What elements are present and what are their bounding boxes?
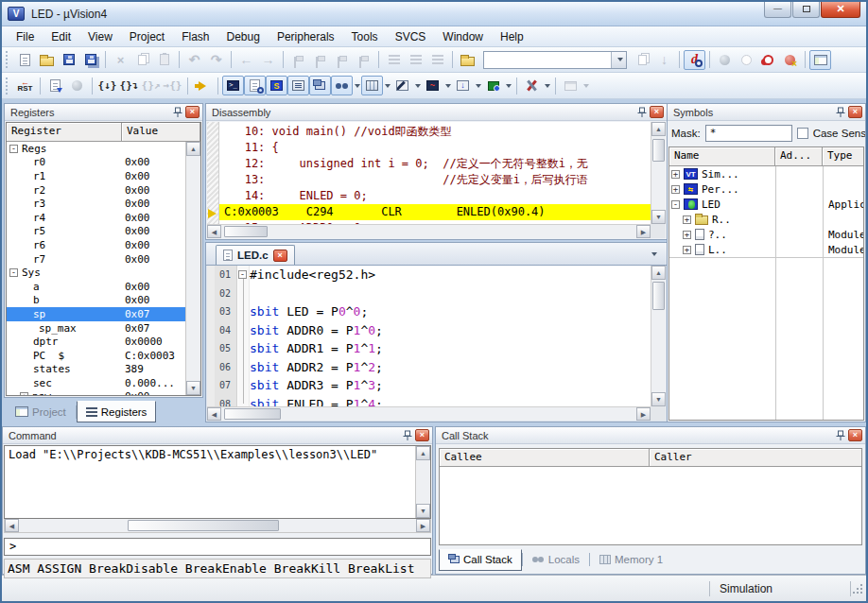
debug-layout-icon[interactable] <box>560 76 582 95</box>
project-window-toggle-icon[interactable] <box>809 50 831 70</box>
register-row[interactable]: r40x00 <box>7 211 185 225</box>
register-row[interactable]: r10x00 <box>7 169 185 183</box>
toolbox-icon[interactable] <box>521 76 543 95</box>
redo-icon[interactable]: ↷ <box>205 50 227 70</box>
disassembly-close-icon[interactable]: × <box>650 106 664 118</box>
register-row[interactable]: r30x00 <box>7 197 185 211</box>
register-row[interactable]: -Sys <box>7 266 185 280</box>
editor-line[interactable]: 02 <box>207 284 651 303</box>
scrollbar-thumb[interactable] <box>224 226 268 237</box>
register-row[interactable]: sp_max0x07 <box>7 321 185 336</box>
editor-line[interactable]: 05sbit ADDR1 = P1^1; <box>207 339 651 358</box>
callstack-window-toggle-icon[interactable] <box>309 76 331 95</box>
command-input[interactable]: > <box>4 538 431 556</box>
callstack-close-icon[interactable]: × <box>848 429 862 441</box>
serial-dropdown-icon[interactable] <box>415 84 421 88</box>
register-row[interactable]: r50x00 <box>7 225 185 239</box>
tree-expander-icon[interactable]: - <box>671 200 680 209</box>
symbol-row[interactable]: +⇆Per... <box>669 181 863 197</box>
undo-icon[interactable]: ↶ <box>183 50 205 70</box>
symbol-row[interactable]: +L..Module <box>669 242 863 257</box>
memory-window-toggle-icon[interactable] <box>361 76 383 95</box>
find-in-files-icon[interactable] <box>457 50 478 70</box>
system-viewer-dropdown-icon[interactable] <box>506 84 512 88</box>
run-to-cursor-icon[interactable]: →{} <box>162 76 183 95</box>
symbols-window-toggle-icon[interactable]: S <box>266 76 287 95</box>
show-next-statement-icon[interactable] <box>192 76 214 95</box>
bookmark-prev-icon[interactable] <box>331 50 353 70</box>
toolbar-grip[interactable] <box>6 51 10 68</box>
serial-window-icon[interactable] <box>391 76 413 95</box>
scroll-left-icon[interactable]: ◀ <box>207 407 221 421</box>
editor-line[interactable]: 01-#include<reg52.h> <box>207 266 651 284</box>
command-vscrollbar[interactable]: ▲ ▼ <box>415 446 430 518</box>
scroll-down-icon[interactable]: ▼ <box>186 381 200 395</box>
trace-dropdown-icon[interactable] <box>476 84 481 88</box>
symbol-row[interactable]: +?..Module <box>669 227 863 242</box>
navigate-back-icon[interactable]: ← <box>235 50 257 70</box>
run-icon[interactable] <box>44 76 66 95</box>
step-over-icon[interactable]: {}↴ <box>118 76 140 95</box>
registers-col-value[interactable]: Value <box>122 123 200 142</box>
scroll-right-icon[interactable]: ▶ <box>416 519 430 532</box>
scrollbar-thumb[interactable] <box>128 520 279 531</box>
system-viewer-icon[interactable] <box>482 76 504 95</box>
tree-expander-icon[interactable]: + <box>20 392 28 395</box>
symbol-row[interactable]: +VTSim... <box>669 166 863 181</box>
insert-breakpoint-icon[interactable] <box>714 50 736 70</box>
callstack-col-callee[interactable]: Callee <box>440 449 650 467</box>
menu-item-file[interactable]: File <box>8 27 43 46</box>
paste-icon[interactable] <box>153 50 175 70</box>
indent-icon[interactable] <box>383 50 405 70</box>
menu-item-view[interactable]: View <box>79 27 121 46</box>
disassembly-line[interactable]: 12: unsigned int i = 0; //定义一个无符号整数i，无 <box>219 156 651 172</box>
register-row[interactable]: r20x00 <box>7 183 185 198</box>
menu-item-svcs[interactable]: SVCS <box>387 27 435 46</box>
scroll-down-icon[interactable]: ▼ <box>651 210 666 224</box>
stop-icon[interactable] <box>66 76 88 95</box>
menu-item-flash[interactable]: Flash <box>173 27 217 46</box>
tree-expander-icon[interactable]: - <box>9 145 18 153</box>
debug-session-icon[interactable]: d <box>684 50 705 70</box>
symbol-row[interactable]: +R.. <box>669 212 863 227</box>
editor-line[interactable]: 06sbit ADDR2 = P1^2; <box>207 358 651 377</box>
navigate-forward-icon[interactable]: → <box>257 50 279 70</box>
registers-window-toggle-icon[interactable] <box>287 76 309 95</box>
menu-item-tools[interactable]: Tools <box>343 27 387 46</box>
tab-project[interactable]: Project <box>6 401 76 422</box>
tab-locals[interactable]: Locals <box>523 549 589 571</box>
find-next-icon[interactable] <box>632 50 653 70</box>
scroll-up-icon[interactable]: ▲ <box>416 446 430 460</box>
register-row[interactable]: sp0x07 <box>7 307 185 321</box>
step-into-icon[interactable]: {↓} <box>96 76 118 95</box>
editor-hscrollbar[interactable]: ◀ ▶ <box>207 406 651 421</box>
menu-item-debug[interactable]: Debug <box>218 27 269 46</box>
command-window-toggle-icon[interactable]: >_ <box>222 76 244 95</box>
scroll-left-icon[interactable]: ◀ <box>207 225 221 238</box>
analysis-window-icon[interactable]: ~ <box>422 76 443 95</box>
tree-expander-icon[interactable]: + <box>671 185 680 194</box>
disassembly-line[interactable]: 11: { <box>219 140 651 156</box>
kill-all-breakpoints-icon[interactable] <box>779 50 801 70</box>
disassembly-hscrollbar[interactable]: ◀ ▶ <box>207 224 651 238</box>
watch-window-toggle-icon[interactable] <box>331 76 353 95</box>
register-row[interactable]: r70x00 <box>7 252 185 267</box>
disassembly-line[interactable]: 14: ENLED = 0; <box>219 188 651 204</box>
pin-icon[interactable] <box>403 430 412 441</box>
fold-collapse-icon[interactable]: - <box>238 270 247 279</box>
disassembly-vscrollbar[interactable]: ▲ ▼ <box>651 122 666 224</box>
editor-line[interactable]: 08sbit ENLED = P1^4; <box>207 395 651 407</box>
toolbox-dropdown-icon[interactable] <box>545 84 550 88</box>
editor-body[interactable]: 01-#include<reg52.h>0203sbit LED = P0^0;… <box>207 266 666 421</box>
symbols-col-name[interactable]: Name <box>669 147 775 166</box>
bookmark-toggle-icon[interactable] <box>287 50 309 70</box>
editor-line[interactable]: 07sbit ADDR3 = P1^3; <box>207 376 651 395</box>
disassembly-line[interactable]: 10: void main() //void即函数类型 <box>219 124 651 140</box>
scroll-down-icon[interactable]: ▼ <box>651 392 666 406</box>
tab-memory-1[interactable]: Memory 1 <box>590 549 672 571</box>
command-close-icon[interactable]: × <box>415 429 429 441</box>
editor-line[interactable]: 04sbit ADDR0 = P1^0; <box>207 321 651 340</box>
comment-icon[interactable] <box>405 50 426 70</box>
symbols-col-address[interactable]: Ad... <box>775 147 823 166</box>
scroll-up-icon[interactable]: ▲ <box>651 122 666 136</box>
